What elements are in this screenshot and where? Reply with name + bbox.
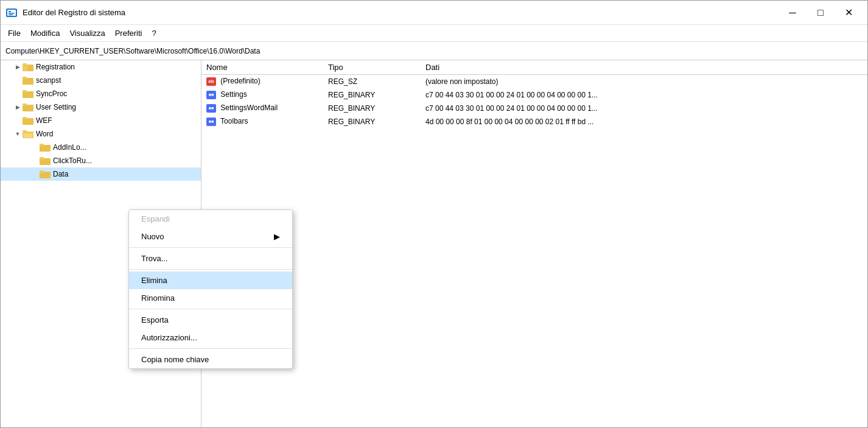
ctx-rinomina-label: Rinomina <box>141 293 175 303</box>
svg-rect-24 <box>40 170 44 173</box>
ctx-autorizzazioni[interactable]: Autorizzazioni... <box>129 329 292 346</box>
menu-help[interactable]: ? <box>147 27 161 40</box>
tree-item-scanpst[interactable]: ▶ scanpst <box>1 74 201 87</box>
col-tipo: Tipo <box>323 60 421 75</box>
svg-rect-18 <box>24 133 32 138</box>
ctx-rinomina[interactable]: Rinomina <box>129 289 292 307</box>
folder-icon <box>23 102 33 112</box>
menu-visualizza[interactable]: Visualizza <box>65 27 110 40</box>
expand-icon[interactable]: ▶ <box>13 116 23 125</box>
ctx-esporta[interactable]: Esporta <box>129 311 292 329</box>
ctx-separator-2 <box>129 269 292 270</box>
close-button[interactable]: ✕ <box>835 3 863 23</box>
svg-rect-4 <box>9 14 13 15</box>
expand-icon[interactable]: ▶ <box>13 102 23 112</box>
main-content: ▶ Registration ▶ scanpst ▶ Sy <box>1 60 867 427</box>
folder-icon <box>40 156 51 166</box>
svg-rect-15 <box>23 117 27 119</box>
expand-icon-word[interactable]: ▼ <box>13 129 23 139</box>
svg-rect-11 <box>23 90 27 93</box>
menu-bar: File Modifica Visualizza Preferiti ? <box>1 25 867 42</box>
expand-icon[interactable]: ▶ <box>30 169 40 179</box>
reg-icon-binary: ■■ <box>206 91 216 99</box>
tree-item-wef[interactable]: ▶ WEF <box>1 114 201 127</box>
menu-modifica[interactable]: Modifica <box>26 27 65 40</box>
folder-icon <box>23 62 33 72</box>
tree-label: Registration <box>36 63 75 71</box>
row-data: 4d 00 00 00 8f 01 00 00 04 00 00 00 02 0… <box>421 115 867 128</box>
row-type: REG_BINARY <box>323 88 421 102</box>
registry-table: Nome Tipo Dati ab (Predefinito) REG_SZ (… <box>201 60 867 128</box>
col-nome: Nome <box>201 60 323 75</box>
row-name: ab (Predefinito) <box>201 75 323 88</box>
expand-icon[interactable]: ▶ <box>13 62 23 72</box>
tree-label: scanpst <box>36 76 61 85</box>
svg-rect-2 <box>9 11 11 12</box>
folder-icon <box>23 116 33 125</box>
folder-icon <box>40 142 51 152</box>
ctx-separator-4 <box>129 348 292 349</box>
menu-preferiti[interactable]: Preferiti <box>110 27 147 40</box>
tree-item-syncproc[interactable]: ▶ SyncProc <box>1 87 201 100</box>
tree-item-addinlo[interactable]: ▶ AddInLo... <box>1 141 201 154</box>
expand-icon[interactable]: ▶ <box>13 75 23 85</box>
reg-icon-binary: ■■ <box>206 118 216 126</box>
table-row[interactable]: ■■ SettingsWordMail REG_BINARY c7 00 44 … <box>201 102 867 115</box>
row-name: ■■ Toolbars <box>201 115 323 128</box>
right-panel-table[interactable]: Nome Tipo Dati ab (Predefinito) REG_SZ (… <box>201 60 867 427</box>
ctx-espandi-label: Espandi <box>141 214 170 223</box>
tree-item-word[interactable]: ▼ Word <box>1 127 201 141</box>
expand-icon[interactable]: ▶ <box>30 156 40 166</box>
tree-label: ClickToRu... <box>53 156 92 165</box>
ctx-nuovo-arrow: ▶ <box>274 232 280 241</box>
title-bar: Editor del Registro di sistema ─ □ ✕ <box>1 1 867 25</box>
ctx-trova-label: Trova... <box>141 254 168 263</box>
ctx-autorizzazioni-label: Autorizzazioni... <box>141 333 197 342</box>
tree-item-usersetting[interactable]: ▶ User Setting <box>1 100 201 114</box>
address-path: Computer\HKEY_CURRENT_USER\Software\Micr… <box>5 47 260 55</box>
tree-item-clicktoru[interactable]: ▶ ClickToRu... <box>1 154 201 167</box>
minimize-button[interactable]: ─ <box>779 3 807 23</box>
ctx-separator-3 <box>129 309 292 309</box>
address-bar: Computer\HKEY_CURRENT_USER\Software\Micr… <box>1 42 867 60</box>
folder-icon-open <box>23 129 33 139</box>
row-type: REG_BINARY <box>323 115 421 128</box>
row-name: ■■ Settings <box>201 88 323 102</box>
table-row[interactable]: ab (Predefinito) REG_SZ (valore non impo… <box>201 75 867 88</box>
svg-rect-13 <box>23 103 27 106</box>
svg-rect-20 <box>40 144 44 146</box>
ctx-elimina-label: Elimina <box>141 276 167 285</box>
svg-rect-22 <box>40 157 44 160</box>
tree-label: WEF <box>36 116 52 125</box>
expand-icon[interactable]: ▶ <box>13 89 23 99</box>
maximize-button[interactable]: □ <box>807 3 835 23</box>
svg-rect-7 <box>23 63 27 66</box>
row-name: ■■ SettingsWordMail <box>201 102 323 115</box>
tree-item-data[interactable]: ▶ Data <box>1 167 201 181</box>
ctx-nuovo[interactable]: Nuovo ▶ <box>129 228 292 245</box>
tree-label: User Setting <box>36 103 76 111</box>
table-row[interactable]: ■■ Settings REG_BINARY c7 00 44 03 30 01… <box>201 88 867 102</box>
ctx-esporta-label: Esporta <box>141 315 169 325</box>
row-data: c7 00 44 03 30 01 00 00 24 01 00 00 04 0… <box>421 102 867 115</box>
ctx-espandi[interactable]: Espandi <box>129 210 292 228</box>
window-controls: ─ □ ✕ <box>779 3 863 23</box>
row-type: REG_BINARY <box>323 102 421 115</box>
tree-item-registration[interactable]: ▶ Registration <box>1 60 201 74</box>
row-data: c7 00 44 03 30 01 00 00 24 01 00 00 04 0… <box>421 88 867 102</box>
svg-rect-17 <box>23 130 27 133</box>
menu-file[interactable]: File <box>3 27 26 40</box>
svg-rect-9 <box>23 77 27 79</box>
window-title: Editor del Registro di sistema <box>23 8 779 17</box>
folder-icon-selected <box>40 169 51 179</box>
folder-icon <box>23 75 33 85</box>
ctx-elimina[interactable]: Elimina <box>129 272 292 289</box>
ctx-copia-nome[interactable]: Copia nome chiave <box>129 351 292 368</box>
ctx-nuovo-label: Nuovo <box>141 232 164 241</box>
tree-label: AddInLo... <box>53 143 86 152</box>
reg-icon-ab: ab <box>206 77 216 86</box>
ctx-trova[interactable]: Trova... <box>129 250 292 267</box>
table-row[interactable]: ■■ Toolbars REG_BINARY 4d 00 00 00 8f 01… <box>201 115 867 128</box>
expand-icon[interactable]: ▶ <box>30 142 40 152</box>
registry-editor-window: Editor del Registro di sistema ─ □ ✕ Fil… <box>0 0 868 428</box>
